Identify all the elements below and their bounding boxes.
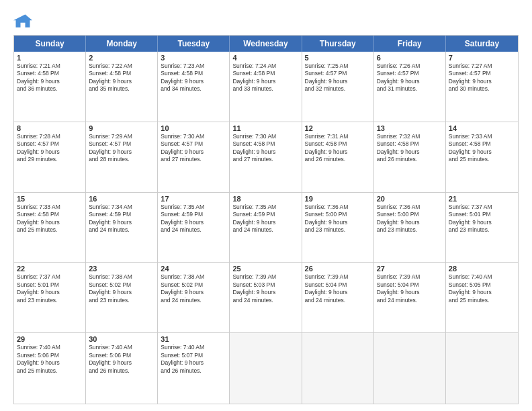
cell-details: Sunrise: 7:26 AMSunset: 4:57 PMDaylight:… <box>377 62 443 93</box>
day-number: 23 <box>89 265 154 273</box>
week-row-2: 8Sunrise: 7:28 AMSunset: 4:57 PMDaylight… <box>14 122 518 193</box>
cal-cell-18: 18Sunrise: 7:35 AMSunset: 4:59 PMDayligh… <box>230 193 302 263</box>
cal-cell-12: 12Sunrise: 7:31 AMSunset: 4:58 PMDayligh… <box>302 122 374 192</box>
week-row-3: 15Sunrise: 7:33 AMSunset: 4:58 PMDayligh… <box>14 193 518 263</box>
day-number: 7 <box>449 54 515 62</box>
calendar-body: 1Sunrise: 7:21 AMSunset: 4:58 PMDaylight… <box>14 52 518 404</box>
day-number: 4 <box>232 54 298 62</box>
calendar-header: SundayMondayTuesdayWednesdayThursdayFrid… <box>14 36 518 52</box>
day-number: 22 <box>17 265 83 273</box>
cal-cell-28: 28Sunrise: 7:40 AMSunset: 5:05 PMDayligh… <box>446 263 518 332</box>
day-number: 1 <box>17 54 83 62</box>
day-number: 9 <box>89 124 154 132</box>
day-number: 10 <box>161 124 226 132</box>
cell-details: Sunrise: 7:34 AMSunset: 4:59 PMDaylight:… <box>89 203 154 234</box>
cal-cell-16: 16Sunrise: 7:34 AMSunset: 4:59 PMDayligh… <box>86 193 158 263</box>
cal-cell-20: 20Sunrise: 7:36 AMSunset: 5:00 PMDayligh… <box>374 193 446 263</box>
cal-cell-29: 29Sunrise: 7:40 AMSunset: 5:06 PMDayligh… <box>14 333 86 404</box>
cal-cell-empty-4-5 <box>374 333 446 404</box>
cell-details: Sunrise: 7:30 AMSunset: 4:58 PMDaylight:… <box>232 133 298 164</box>
cal-cell-25: 25Sunrise: 7:39 AMSunset: 5:03 PMDayligh… <box>230 263 302 332</box>
cell-details: Sunrise: 7:21 AMSunset: 4:58 PMDaylight:… <box>17 62 83 93</box>
svg-marker-0 <box>13 15 32 28</box>
day-number: 8 <box>17 124 83 132</box>
day-number: 16 <box>89 195 154 203</box>
week-row-1: 1Sunrise: 7:21 AMSunset: 4:58 PMDaylight… <box>14 52 518 122</box>
cell-details: Sunrise: 7:39 AMSunset: 5:04 PMDaylight:… <box>377 273 443 304</box>
cell-details: Sunrise: 7:23 AMSunset: 4:58 PMDaylight:… <box>161 62 226 93</box>
day-number: 17 <box>161 195 226 203</box>
cal-cell-24: 24Sunrise: 7:38 AMSunset: 5:02 PMDayligh… <box>158 263 230 332</box>
cal-cell-11: 11Sunrise: 7:30 AMSunset: 4:58 PMDayligh… <box>230 122 302 192</box>
cell-details: Sunrise: 7:27 AMSunset: 4:57 PMDaylight:… <box>449 62 515 93</box>
cal-cell-31: 31Sunrise: 7:40 AMSunset: 5:07 PMDayligh… <box>158 333 230 404</box>
cal-cell-8: 8Sunrise: 7:28 AMSunset: 4:57 PMDaylight… <box>14 122 86 192</box>
cal-cell-27: 27Sunrise: 7:39 AMSunset: 5:04 PMDayligh… <box>374 263 446 332</box>
cell-details: Sunrise: 7:37 AMSunset: 5:01 PMDaylight:… <box>449 203 515 234</box>
day-number: 3 <box>161 54 226 62</box>
cell-details: Sunrise: 7:33 AMSunset: 4:58 PMDaylight:… <box>449 133 515 164</box>
cell-details: Sunrise: 7:40 AMSunset: 5:06 PMDaylight:… <box>89 344 154 375</box>
day-number: 11 <box>232 124 298 132</box>
day-number: 15 <box>17 195 83 203</box>
cell-details: Sunrise: 7:30 AMSunset: 4:57 PMDaylight:… <box>161 133 226 164</box>
cal-cell-6: 6Sunrise: 7:26 AMSunset: 4:57 PMDaylight… <box>374 52 446 122</box>
cal-cell-14: 14Sunrise: 7:33 AMSunset: 4:58 PMDayligh… <box>446 122 518 192</box>
cell-details: Sunrise: 7:22 AMSunset: 4:58 PMDaylight:… <box>89 62 154 93</box>
day-number: 5 <box>305 54 371 62</box>
page: SundayMondayTuesdayWednesdayThursdayFrid… <box>0 0 532 411</box>
cell-details: Sunrise: 7:36 AMSunset: 5:00 PMDaylight:… <box>305 203 371 234</box>
cell-details: Sunrise: 7:40 AMSunset: 5:07 PMDaylight:… <box>161 344 226 375</box>
cal-cell-empty-4-3 <box>230 333 302 404</box>
logo <box>13 12 35 31</box>
week-row-5: 29Sunrise: 7:40 AMSunset: 5:06 PMDayligh… <box>14 333 518 404</box>
cell-details: Sunrise: 7:40 AMSunset: 5:05 PMDaylight:… <box>449 273 515 304</box>
calendar: SundayMondayTuesdayWednesdayThursdayFrid… <box>13 35 519 404</box>
day-number: 20 <box>377 195 443 203</box>
cell-details: Sunrise: 7:35 AMSunset: 4:59 PMDaylight:… <box>232 203 298 234</box>
day-number: 30 <box>89 335 154 343</box>
cal-cell-21: 21Sunrise: 7:37 AMSunset: 5:01 PMDayligh… <box>446 193 518 263</box>
cal-cell-5: 5Sunrise: 7:25 AMSunset: 4:57 PMDaylight… <box>302 52 374 122</box>
cell-details: Sunrise: 7:40 AMSunset: 5:06 PMDaylight:… <box>17 344 83 375</box>
day-number: 31 <box>161 335 226 343</box>
header-day-monday: Monday <box>86 36 158 52</box>
cal-cell-26: 26Sunrise: 7:39 AMSunset: 5:04 PMDayligh… <box>302 263 374 332</box>
cal-cell-13: 13Sunrise: 7:32 AMSunset: 4:58 PMDayligh… <box>374 122 446 192</box>
cal-cell-empty-4-4 <box>302 333 374 404</box>
day-number: 6 <box>377 54 443 62</box>
header-day-wednesday: Wednesday <box>230 36 302 52</box>
header-day-friday: Friday <box>374 36 446 52</box>
cal-cell-19: 19Sunrise: 7:36 AMSunset: 5:00 PMDayligh… <box>302 193 374 263</box>
header-day-thursday: Thursday <box>302 36 374 52</box>
day-number: 21 <box>449 195 515 203</box>
cell-details: Sunrise: 7:33 AMSunset: 4:58 PMDaylight:… <box>17 203 83 234</box>
cell-details: Sunrise: 7:38 AMSunset: 5:02 PMDaylight:… <box>161 273 226 304</box>
cal-cell-7: 7Sunrise: 7:27 AMSunset: 4:57 PMDaylight… <box>446 52 518 122</box>
cell-details: Sunrise: 7:32 AMSunset: 4:58 PMDaylight:… <box>377 133 443 164</box>
week-row-4: 22Sunrise: 7:37 AMSunset: 5:01 PMDayligh… <box>14 263 518 333</box>
cell-details: Sunrise: 7:24 AMSunset: 4:58 PMDaylight:… <box>232 62 298 93</box>
cal-cell-1: 1Sunrise: 7:21 AMSunset: 4:58 PMDaylight… <box>14 52 86 122</box>
cal-cell-17: 17Sunrise: 7:35 AMSunset: 4:59 PMDayligh… <box>158 193 230 263</box>
cal-cell-empty-4-6 <box>446 333 518 404</box>
header-day-saturday: Saturday <box>446 36 518 52</box>
cal-cell-15: 15Sunrise: 7:33 AMSunset: 4:58 PMDayligh… <box>14 193 86 263</box>
day-number: 29 <box>17 335 83 343</box>
day-number: 13 <box>377 124 443 132</box>
cell-details: Sunrise: 7:36 AMSunset: 5:00 PMDaylight:… <box>377 203 443 234</box>
cell-details: Sunrise: 7:29 AMSunset: 4:57 PMDaylight:… <box>89 133 154 164</box>
day-number: 28 <box>449 265 515 273</box>
day-number: 27 <box>377 265 443 273</box>
header-day-sunday: Sunday <box>14 36 86 52</box>
cal-cell-23: 23Sunrise: 7:38 AMSunset: 5:02 PMDayligh… <box>86 263 158 332</box>
day-number: 24 <box>161 265 226 273</box>
cell-details: Sunrise: 7:25 AMSunset: 4:57 PMDaylight:… <box>305 62 371 93</box>
cal-cell-22: 22Sunrise: 7:37 AMSunset: 5:01 PMDayligh… <box>14 263 86 332</box>
cal-cell-2: 2Sunrise: 7:22 AMSunset: 4:58 PMDaylight… <box>86 52 158 122</box>
header-day-tuesday: Tuesday <box>158 36 230 52</box>
cal-cell-10: 10Sunrise: 7:30 AMSunset: 4:57 PMDayligh… <box>158 122 230 192</box>
logo-icon <box>13 12 32 31</box>
cal-cell-4: 4Sunrise: 7:24 AMSunset: 4:58 PMDaylight… <box>230 52 302 122</box>
day-number: 26 <box>305 265 371 273</box>
